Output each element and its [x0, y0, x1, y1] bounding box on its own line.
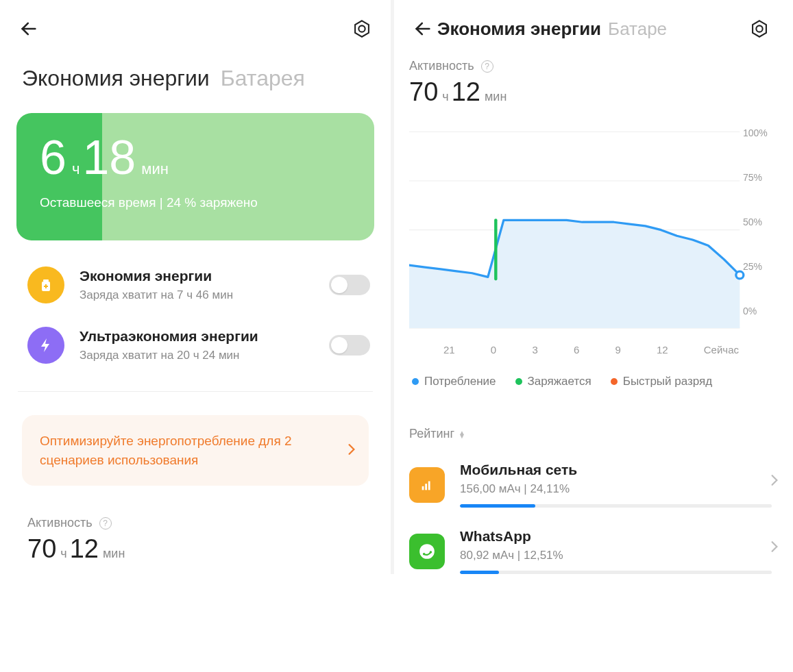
legend-charging: Заряжается [515, 375, 591, 388]
ultra-saving-toggle[interactable] [329, 335, 370, 356]
chevron-right-icon [770, 539, 779, 557]
activity-block: Активность ? 70ч12мин 100% 75% 50% 25% 0… [394, 47, 788, 388]
help-icon[interactable]: ? [99, 517, 112, 530]
rating-sort-button[interactable]: Рейтинг ▲▼ [394, 427, 788, 441]
battery-chart[interactable]: 100% 75% 50% 25% 0% [409, 127, 773, 340]
rating-label: Рейтинг [409, 427, 454, 441]
activity-label: Активность [409, 59, 474, 73]
svg-rect-16 [425, 484, 427, 490]
activity-block: Активность ? 70ч12мин [0, 486, 391, 564]
optimize-button[interactable]: Оптимизируйте энергопотребление для 2 сц… [22, 415, 369, 486]
svg-point-20 [430, 551, 432, 553]
chart-legend: Потребление Заряжается Быстрый разряд [409, 356, 773, 388]
svg-rect-15 [422, 486, 424, 490]
battery-plus-icon [27, 266, 64, 303]
power-saving-toggle[interactable] [329, 275, 370, 295]
screen-energy-saving: Экономия энергии Батарея 6ч18мин Оставше… [0, 0, 394, 574]
tab-battery[interactable]: Батарея [221, 66, 305, 91]
battery-remaining-sub: Оставшееся время | 24 % заряжено [40, 195, 351, 210]
svg-rect-5 [44, 286, 48, 287]
battery-remaining-card[interactable]: 6ч18мин Оставшееся время | 24 % заряжено [16, 113, 374, 240]
svg-point-18 [419, 544, 435, 559]
app-usage-bar [460, 571, 772, 574]
sort-icon: ▲▼ [459, 431, 465, 438]
ultra-saving-title: Ультраэкономия энергии [80, 328, 314, 345]
settings-button[interactable] [748, 18, 770, 40]
app-title: Мобильная сеть [460, 462, 772, 478]
help-icon[interactable]: ? [481, 60, 493, 73]
back-button[interactable] [18, 18, 40, 40]
tab-row: Экономия энергии Батарея [0, 47, 391, 98]
power-saving-sub: Заряда хватит на 7 ч 46 мин [80, 288, 314, 302]
screen-battery-stats: Экономия энергии Батаре Активность ? 70ч… [394, 0, 788, 574]
svg-point-19 [423, 553, 425, 555]
legend-fast-drain: Быстрый разряд [611, 375, 712, 388]
back-button[interactable] [412, 18, 434, 40]
chevron-right-icon [347, 442, 356, 460]
app-usage-list: Мобильная сеть156,00 мАч | 24,11%WhatsAp… [394, 441, 788, 574]
activity-time: 70ч12мин [27, 534, 373, 564]
chevron-right-icon [770, 473, 779, 490]
bolt-icon [27, 327, 64, 364]
power-saving-title: Экономия энергии [80, 268, 314, 284]
svg-point-1 [358, 25, 365, 32]
ultra-saving-row[interactable]: Ультраэкономия энергии Заряда хватит на … [0, 312, 391, 372]
svg-rect-2 [43, 279, 49, 282]
battery-remaining-time: 6ч18мин [40, 134, 351, 182]
app-detail: 156,00 мАч | 24,11% [460, 482, 772, 496]
legend-consumption: Потребление [412, 375, 496, 388]
header [0, 0, 391, 47]
svg-rect-17 [428, 481, 430, 490]
svg-marker-0 [355, 21, 369, 36]
svg-marker-6 [753, 21, 766, 36]
settings-button[interactable] [351, 18, 373, 40]
optimize-label: Оптимизируйте энергопотребление для 2 сц… [40, 432, 339, 469]
app-title: WhatsApp [460, 528, 772, 545]
tab-battery[interactable]: Батаре [608, 18, 667, 40]
tab-energy-saving[interactable]: Экономия энергии [437, 18, 601, 40]
activity-label: Активность [27, 516, 93, 530]
svg-point-7 [756, 25, 762, 32]
ultra-saving-sub: Заряда хватит на 20 ч 24 мин [80, 349, 314, 362]
app-detail: 80,92 мАч | 12,51% [460, 549, 772, 562]
svg-point-14 [736, 271, 744, 279]
header: Экономия энергии Батаре [394, 0, 788, 47]
chart-xlabels: 21 0 3 6 9 12 Сейчас [409, 340, 773, 356]
divider [18, 391, 373, 392]
whatsapp-icon [409, 534, 445, 569]
mobile-icon [409, 467, 445, 503]
power-saving-row[interactable]: Экономия энергии Заряда хватит на 7 ч 46… [0, 251, 391, 312]
activity-time: 70ч12мин [409, 77, 773, 107]
tab-energy-saving[interactable]: Экономия энергии [22, 66, 210, 91]
app-item-mobile[interactable]: Мобильная сеть156,00 мАч | 24,11% [394, 441, 788, 508]
app-item-whatsapp[interactable]: WhatsApp80,92 мАч | 12,51% [394, 508, 788, 574]
